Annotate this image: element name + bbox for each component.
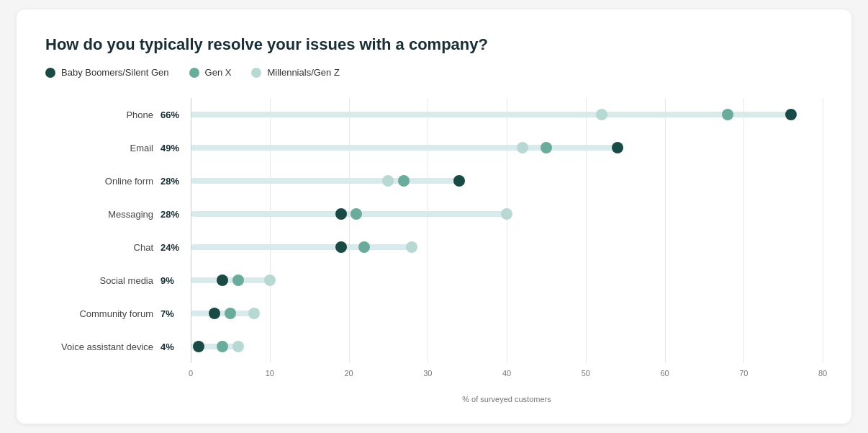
dot-milz [406,241,417,253]
x-tick: 30 [423,369,432,378]
row-pct: 28% [161,176,191,187]
row-label: Chat [45,242,161,253]
row-bar-area [191,98,823,131]
row-label: Email [45,143,161,153]
chart-row: Social media9% [45,264,823,297]
row-bar-area [191,297,823,330]
row-pct: 66% [161,110,191,120]
legend-item: Millennials/Gen Z [251,67,339,78]
chart-row: Chat24% [45,231,823,264]
x-tick: 40 [502,369,511,378]
dot-bb [335,208,347,220]
dot-genx [398,175,410,187]
x-tick: 80 [818,369,827,378]
row-label: Social media [45,275,161,286]
x-tick: 70 [739,369,748,378]
x-tick: 50 [582,369,590,378]
dot-genx [351,208,362,220]
dot-milz [232,341,244,352]
dot-bb [612,142,623,153]
dot-bb [453,175,465,187]
chart-area: Phone66%Email49%Online form28%Messaging2… [45,98,823,363]
dot-bb [785,109,797,120]
bar-track [191,178,459,184]
dot-milz [248,308,260,319]
chart-card: How do you typically resolve your issues… [17,9,851,424]
dot-genx [217,341,228,352]
legend-label: Millennials/Gen Z [267,67,339,78]
bar-track [191,277,270,283]
legend-dot [189,68,199,78]
dot-bb [193,341,204,352]
legend-label: Gen X [205,67,232,78]
row-bar-area [191,231,823,264]
chart-row: Email49% [45,131,823,164]
chart-row: Online form28% [45,164,823,197]
legend-label: Baby Boomers/Silent Gen [61,67,169,78]
dot-genx [541,142,552,153]
x-tick: 60 [660,369,669,378]
dot-milz [501,208,512,220]
row-bar-area [191,264,823,297]
bar-track [191,244,412,250]
x-axis: 01020304050607080 [191,366,823,380]
row-label: Phone [45,110,161,120]
row-label: Messaging [45,209,161,220]
row-bar-area [191,197,823,231]
x-axis-label: % of surveyed customers [191,395,823,403]
bar-track [191,211,507,217]
chart-title: How do you typically resolve your issues… [45,35,823,54]
dot-bb [335,241,347,253]
dot-genx [358,241,370,253]
row-bar-area [191,131,823,164]
dot-milz [596,109,607,120]
chart-legend: Baby Boomers/Silent Gen Gen X Millennial… [45,67,823,78]
dot-milz [382,175,394,187]
chart-row: Community forum7% [45,297,823,330]
bar-track [191,112,791,117]
row-pct: 4% [161,342,191,352]
bar-track [191,311,254,316]
dot-milz [517,142,528,153]
row-label: Online form [45,176,161,187]
x-tick: 10 [266,369,274,378]
row-pct: 7% [161,308,191,319]
row-pct: 24% [161,242,191,253]
legend-item: Gen X [189,67,232,78]
chart-row: Voice assistant device4% [45,330,823,363]
row-label: Voice assistant device [45,342,161,352]
chart-row: Messaging28% [45,197,823,231]
bar-track [191,145,618,151]
row-bar-area [191,164,823,197]
dot-genx [232,274,244,286]
legend-item: Baby Boomers/Silent Gen [45,67,169,78]
dot-milz [264,274,276,286]
chart-row: Phone66% [45,98,823,131]
x-tick: 20 [344,369,353,378]
x-tick: 0 [189,369,193,378]
dot-genx [722,109,733,120]
dot-bb [209,308,220,319]
dot-genx [225,308,236,319]
legend-dot [251,68,261,78]
row-pct: 28% [161,209,191,220]
row-bar-area [191,330,823,363]
row-pct: 49% [161,143,191,153]
row-label: Community forum [45,308,161,319]
row-pct: 9% [161,275,191,286]
legend-dot [45,68,55,78]
dot-bb [217,274,228,286]
